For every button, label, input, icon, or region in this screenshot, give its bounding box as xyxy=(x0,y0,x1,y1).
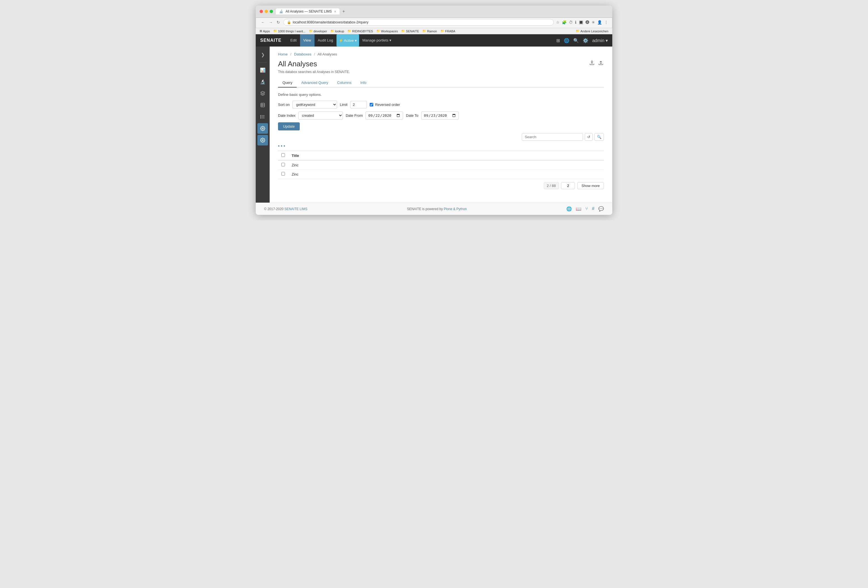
sidebar-item-arrow[interactable]: ❯ xyxy=(257,49,268,60)
url-bar[interactable]: 🔒 localhost:8080/senaite/databoxes/datab… xyxy=(283,19,554,26)
footer-globe-icon[interactable]: 🌐 xyxy=(566,206,572,211)
ext-icon-6[interactable]: ✳ xyxy=(592,20,595,25)
sidebar-item-dashboard[interactable]: 📊 xyxy=(257,65,268,75)
chevron-down-icon-2: ▾ xyxy=(390,38,391,42)
search-icon[interactable]: 🔍 xyxy=(573,38,579,43)
bookmark-workspaces[interactable]: 📁 Workspaces xyxy=(376,29,398,33)
nav-view[interactable]: View xyxy=(300,34,314,47)
toolbar-icons: ☆ 🧩 ⏱ ℹ 🔳 🅐 ✳ 👤 ⋮ xyxy=(556,20,608,25)
date-index-select[interactable]: created modified effective xyxy=(298,111,343,120)
bookmarks-bar: ⊞ Apps 📁 1000 things I want... 📁 develop… xyxy=(256,28,612,34)
ext-icon-2[interactable]: ⏱ xyxy=(569,20,573,25)
date-from-label: Date From xyxy=(346,114,363,118)
row-checkbox-2[interactable] xyxy=(281,172,285,176)
folder-icon-8: 📁 xyxy=(440,29,444,33)
folder-icon-4: 📁 xyxy=(347,29,351,33)
sidebar-item-gear-2[interactable] xyxy=(257,135,268,145)
table-row: Zinc xyxy=(278,170,604,179)
nav-edit[interactable]: Edit xyxy=(287,34,300,47)
ext-icon-3[interactable]: ℹ xyxy=(575,20,576,25)
select-all-checkbox[interactable] xyxy=(281,153,285,157)
download-icon[interactable] xyxy=(589,60,595,67)
header-icons xyxy=(589,60,604,67)
reset-search-button[interactable]: ↺ xyxy=(585,133,593,141)
sidebar-item-layers[interactable] xyxy=(257,88,268,99)
ext-icon-1[interactable]: 🧩 xyxy=(562,20,567,25)
maximize-button[interactable] xyxy=(270,10,273,13)
breadcrumb: Home / Databoxes / All Analyses xyxy=(278,52,604,56)
folder-icon-5: 📁 xyxy=(376,29,380,33)
bookmark-lookup[interactable]: 📁 lookup xyxy=(331,29,344,33)
update-button[interactable]: Update xyxy=(278,122,300,130)
search-input[interactable] xyxy=(522,133,583,141)
tab-advanced-query[interactable]: Advanced Query xyxy=(297,78,333,87)
reload-button[interactable]: ↻ xyxy=(276,19,281,25)
row-checkbox-1[interactable] xyxy=(281,163,285,166)
ext-icon-5[interactable]: 🅐 xyxy=(586,20,589,25)
sidebar-item-gear-1[interactable] xyxy=(257,123,268,134)
nav-manage-portlets[interactable]: Manage portlets ▾ xyxy=(359,34,395,47)
upload-icon[interactable] xyxy=(598,60,604,67)
data-table: Title Zinc xyxy=(278,151,604,179)
bookmark-ridingbytes[interactable]: 📁 RIDINGBYTES xyxy=(347,29,373,33)
footer-chat-icon[interactable]: 💬 xyxy=(598,206,604,211)
sidebar-item-table[interactable] xyxy=(257,100,268,110)
row-checkbox-cell-1 xyxy=(278,160,288,170)
active-badge[interactable]: ⚡ Active ▾ xyxy=(337,34,359,47)
profile-icon[interactable]: 👤 xyxy=(597,20,602,25)
settings-icon[interactable]: ⚙️ xyxy=(583,38,588,43)
search-button[interactable]: 🔍 xyxy=(595,133,604,141)
browser-tab[interactable]: 🔬 All Analyses — SENAITE LIMS ✕ xyxy=(276,8,340,15)
star-icon[interactable]: ☆ xyxy=(556,20,559,25)
close-button[interactable] xyxy=(260,10,263,13)
footer-hash-icon[interactable]: # xyxy=(592,206,595,211)
top-nav: SENAITE Edit View Audit Log ⚡ Active ▾ M… xyxy=(256,34,612,47)
bookmark-developer[interactable]: 📁 developer xyxy=(309,29,327,33)
new-tab-button[interactable]: + xyxy=(341,8,347,15)
forward-button[interactable]: → xyxy=(268,19,274,25)
footer-branch-icon[interactable]: ⑂ xyxy=(585,206,588,211)
limit-input[interactable] xyxy=(350,101,367,108)
bookmark-senaite[interactable]: 📁 SENAITE xyxy=(401,29,419,33)
table-header-title[interactable]: Title xyxy=(288,151,604,161)
footer-brand-link[interactable]: SENAITE LIMS xyxy=(284,207,307,211)
user-menu[interactable]: admin ▾ xyxy=(592,38,608,43)
grid-icon[interactable]: ⊞ xyxy=(556,38,560,43)
folder-icon-6: 📁 xyxy=(401,29,405,33)
folder-icon: 📁 xyxy=(273,29,277,33)
menu-icon[interactable]: ⋮ xyxy=(604,20,608,25)
sort-on-select[interactable]: getKeyword Title Created Modified xyxy=(292,100,337,109)
tab-columns[interactable]: Columns xyxy=(333,78,356,87)
ext-icon-4[interactable]: 🔳 xyxy=(579,20,583,25)
back-button[interactable]: ← xyxy=(260,19,266,25)
tab-info[interactable]: Info xyxy=(356,78,371,87)
bookmark-fraba[interactable]: 📁 FRABA xyxy=(440,29,455,33)
reversed-order-label[interactable]: Reversed order xyxy=(370,103,400,107)
tab-close-icon[interactable]: ✕ xyxy=(334,10,336,13)
date-from-input[interactable] xyxy=(366,111,403,120)
footer-plone-python-link[interactable]: Plone & Python xyxy=(444,207,467,211)
breadcrumb-sep-1: / xyxy=(290,52,291,56)
bookmark-1000things[interactable]: 📁 1000 things I want... xyxy=(273,29,305,33)
sidebar-item-list[interactable] xyxy=(257,111,268,122)
bookmark-apps[interactable]: ⊞ Apps xyxy=(260,29,270,33)
show-more-button[interactable]: Show more xyxy=(577,182,604,189)
bookmark-andere[interactable]: 📁 Andere Lesezeichen xyxy=(576,29,608,33)
globe-icon[interactable]: 🌐 xyxy=(564,38,569,43)
sidebar-item-flask[interactable]: 🔬 xyxy=(257,76,268,87)
footer-book-icon[interactable]: 📖 xyxy=(576,206,582,211)
sidebar: ❯ 📊 🔬 xyxy=(256,47,270,202)
minimize-button[interactable] xyxy=(265,10,268,13)
reversed-order-checkbox[interactable] xyxy=(370,103,373,106)
breadcrumb-home[interactable]: Home xyxy=(278,52,288,56)
page-num-input[interactable] xyxy=(561,182,575,189)
date-to-input[interactable] xyxy=(421,111,459,120)
bookmark-ramon[interactable]: 📁 Ramon xyxy=(422,29,437,33)
tab-query[interactable]: Query xyxy=(278,78,297,87)
folder-icon-2: 📁 xyxy=(309,29,313,33)
main-layout: ❯ 📊 🔬 xyxy=(256,47,612,202)
sort-on-label: Sort on xyxy=(278,103,290,107)
nav-buttons: ← → ↻ xyxy=(260,19,281,25)
nav-audit-log[interactable]: Audit Log xyxy=(314,34,337,47)
breadcrumb-databoxes[interactable]: Databoxes xyxy=(294,52,311,56)
